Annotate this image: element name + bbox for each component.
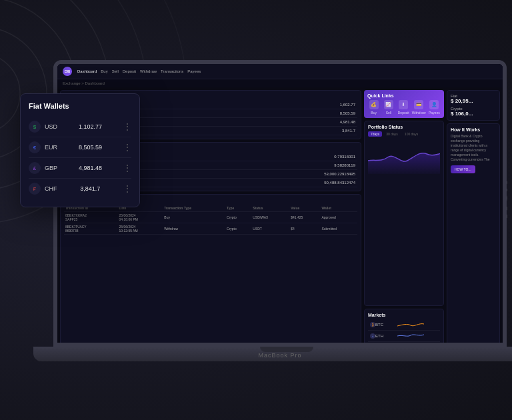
quick-link-buy[interactable]: 💰 Buy	[367, 100, 380, 115]
quick-link-withdraw[interactable]: 💳 Withdraw	[412, 100, 426, 115]
deposit-icon: ⬇	[399, 100, 408, 109]
usd-value: 1,602.77	[340, 103, 355, 107]
buy-label: Buy	[371, 111, 377, 115]
col-asset: Type	[225, 205, 251, 212]
buy-icon: 💰	[369, 100, 379, 109]
floating-eur: € EUR 8,505.59 ⋮	[29, 137, 131, 158]
tx-status-1: Approved	[320, 212, 357, 223]
fw-gbp-label: GBP	[45, 165, 57, 171]
portfolio-title: Portfolio Status	[368, 125, 440, 129]
time-filter: 7days 30 days 100 days	[368, 131, 440, 137]
market-eth-icon: Ξ	[370, 333, 375, 339]
how-it-works-cta[interactable]: HOW TO...	[451, 165, 475, 173]
fw-usd-label: USD	[45, 123, 57, 130]
fiat-value: $ 20,95...	[451, 98, 496, 104]
floating-fiat-wallets: Fiat Wallets $ USD 1,102.77 ⋮ € EUR 8,50…	[20, 93, 140, 207]
tx-asset-1: Crypto	[225, 212, 251, 223]
quick-link-deposit[interactable]: ⬇ Deposit	[397, 100, 410, 115]
top-nav: DB Dashboard Buy Sell Deposit Withdraw T…	[57, 64, 503, 79]
markets-card: Markets ₿ BTC	[364, 309, 444, 343]
filter-100days[interactable]: 100 days	[402, 131, 421, 137]
portfolio-card: Portfolio Status 7days 30 days 100 days	[364, 121, 444, 306]
fw-eur-menu[interactable]: ⋮	[123, 143, 131, 152]
laptop-notch	[260, 347, 313, 352]
fw-eur-icon: €	[29, 141, 41, 153]
how-it-works-card: How It Works Digital Bank & Crypto excha…	[447, 123, 500, 343]
svg-point-0	[0, 53, 20, 133]
tx-status-2: Submitted	[320, 223, 357, 235]
table-row: 8BEK7XKRA2SAFF25 25/06/202404:18:06 PM B…	[64, 212, 357, 223]
fw-gbp-value: 4,981.48	[79, 165, 102, 171]
col-wallet: Wallet	[320, 205, 357, 212]
fw-chf-menu[interactable]: ⋮	[123, 184, 131, 193]
fw-usd-icon: $	[29, 121, 41, 133]
markets-title: Markets	[368, 313, 440, 317]
chf-value: 3,841.7	[342, 129, 355, 133]
gbp-value: 4,981.48	[340, 120, 355, 124]
fw-gbp-menu[interactable]: ⋮	[123, 163, 131, 173]
tx-value-2: $4	[289, 223, 320, 235]
quick-links-grid: 💰 Buy 📈 Sell ⬇ Deposit	[367, 100, 441, 115]
usdt-value: 53,000.22918495	[324, 172, 355, 176]
macbook-label: MacBook Pro	[258, 352, 301, 359]
payees-icon: 👤	[429, 100, 439, 109]
eth-value: 9.58280119	[334, 163, 355, 167]
floating-card-title: Fiat Wallets	[29, 102, 131, 110]
fw-chf-label: CHF	[45, 185, 57, 192]
fw-usd-value: 1,102.77	[79, 123, 102, 130]
transactions-card: Transactions Transaction ID Date Transac…	[60, 194, 361, 343]
floating-gbp: £ GBP 4,981.48 ⋮	[29, 158, 131, 179]
col-status: Status	[251, 205, 289, 212]
crypto-value: $ 106,0...	[451, 111, 496, 117]
nav-buy[interactable]: Buy	[101, 69, 107, 73]
withdraw-label: Withdraw	[412, 111, 426, 115]
market-btc: ₿ BTC	[368, 319, 440, 331]
payees-label: Payees	[429, 111, 440, 115]
tx-wallet-2: USDT	[251, 223, 289, 235]
tx-date-1: 25/06/202404:18:06 PM	[118, 212, 163, 223]
col-value: Value	[289, 205, 320, 212]
filter-7days[interactable]: 7days	[368, 131, 382, 137]
quick-link-sell[interactable]: 📈 Sell	[382, 100, 395, 115]
fw-eur-label: EUR	[45, 144, 57, 151]
eur-value: 8,505.59	[340, 111, 355, 115]
usdc-value: 50,488.84312474	[324, 181, 355, 185]
fw-chf-icon: ₣	[29, 183, 41, 195]
floating-chf: ₣ CHF 3,841.7 ⋮	[29, 179, 131, 199]
floating-usd: $ USD 1,102.77 ⋮	[29, 117, 131, 137]
transactions-table: Transaction ID Date Transaction Type Typ…	[64, 205, 357, 235]
market-btc-icon: ₿	[370, 322, 375, 327]
fw-gbp-icon: £	[29, 162, 41, 174]
sell-icon: 📈	[384, 100, 393, 109]
fw-usd-menu[interactable]: ⋮	[123, 122, 131, 131]
filter-30days[interactable]: 30 days	[383, 131, 401, 137]
market-eth: Ξ ETH	[368, 331, 440, 342]
nav-payees[interactable]: Payees	[187, 69, 201, 73]
portfolio-chart	[368, 141, 440, 174]
nav-withdraw[interactable]: Withdraw	[140, 69, 157, 73]
deposit-label: Deposit	[398, 111, 409, 115]
market-eth-label: ETH	[375, 334, 383, 338]
quick-link-payees[interactable]: 👤 Payees	[428, 100, 441, 115]
balance-card: Fiat $ 20,95... Crypto $ 106,0...	[447, 90, 500, 121]
tx-asset-2: Crypto	[225, 223, 251, 235]
quick-links-title: Quick Links	[367, 93, 441, 98]
how-it-works-title: How It Works	[451, 127, 496, 132]
quick-links-card: Quick Links 💰 Buy 📈 Sell	[364, 90, 444, 118]
fw-eur-value: 8,505.59	[79, 144, 102, 151]
nav-logo: DB	[63, 67, 72, 76]
how-it-works-text: Digital Bank & Crypto exchange providing…	[451, 134, 496, 162]
fw-chf-value: 3,841.7	[80, 185, 100, 192]
nav-sell[interactable]: Sell	[112, 69, 119, 73]
withdraw-icon: 💳	[414, 100, 423, 109]
tx-type-2: Withdraw	[163, 223, 225, 235]
table-row: 8BEK7PJACY8690738 25/06/202410:12:55 AM …	[64, 223, 357, 235]
nav-links: Dashboard Buy Sell Deposit Withdraw Tran…	[77, 69, 201, 73]
tx-id-2: 8BEK7PJACY8690738	[64, 223, 118, 235]
sell-label: Sell	[386, 111, 391, 115]
nav-dashboard[interactable]: Dashboard	[77, 69, 97, 73]
nav-transactions[interactable]: Transactions	[161, 69, 183, 73]
nav-deposit[interactable]: Deposit	[123, 69, 136, 73]
tx-type-1: Buy	[163, 212, 225, 223]
tx-id-1: 8BEK7XKRA2SAFF25	[64, 212, 118, 223]
